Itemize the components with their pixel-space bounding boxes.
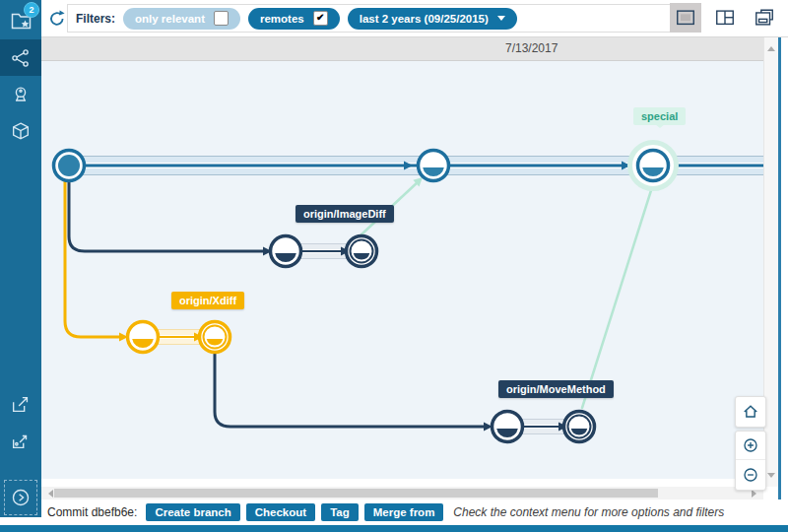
home-icon [741, 402, 760, 422]
plus-icon [741, 435, 760, 455]
scroll-up-icon[interactable] [767, 42, 775, 51]
minus-icon [741, 465, 760, 485]
date-column-header: 7/13/2017 [41, 37, 763, 61]
branch-explorer-icon [10, 47, 32, 69]
scroll-left-icon[interactable] [44, 490, 53, 498]
filters-label: Filters: [76, 12, 115, 26]
zoom-in-button[interactable] [736, 432, 765, 460]
checkout-button[interactable]: Checkout [246, 503, 315, 521]
commit-node[interactable] [54, 151, 85, 181]
commit-node[interactable] [564, 412, 595, 442]
branch-graph-canvas[interactable]: origin/ImageDifforigin/Xdifforigin/MoveM… [41, 61, 763, 479]
tag-button[interactable]: Tag [321, 503, 359, 521]
scroll-right-icon[interactable] [752, 490, 760, 498]
horizontal-scroll-thumb[interactable] [54, 489, 658, 498]
commit-node[interactable] [347, 236, 377, 267]
commit-node[interactable] [630, 143, 677, 189]
view-switcher [670, 3, 780, 33]
commit-node[interactable] [419, 151, 449, 181]
filter-only-relevant[interactable]: only relevant [123, 8, 240, 30]
filter-remotes-label: remotes [260, 13, 304, 25]
sidebar-item-send-repo[interactable] [0, 423, 41, 459]
commit-label: Commit dbefb6e: [47, 505, 137, 519]
filter-bar: Filters: only relevant remotes ✔ last 2 … [67, 4, 695, 33]
notification-badge: 2 [24, 2, 39, 18]
floating-pane-icon [754, 7, 775, 29]
repository-button[interactable]: 2 [0, 0, 41, 39]
expand-circle-icon [10, 487, 32, 508]
view-floating-pane-button[interactable] [749, 3, 780, 33]
zoom-home-button[interactable] [735, 396, 766, 428]
git-client-window: 2 [0, 0, 788, 532]
commit-node[interactable] [200, 322, 230, 353]
commit-node[interactable] [271, 236, 301, 267]
split-pane-icon [714, 7, 736, 29]
view-split-pane-button[interactable] [709, 3, 741, 33]
merge-from-button[interactable]: Merge from [364, 503, 444, 521]
commit-node[interactable] [492, 412, 523, 442]
create-branch-button[interactable]: Create branch [146, 503, 239, 521]
view-single-pane-button[interactable] [670, 3, 701, 33]
sidebar-item-changesets[interactable] [0, 112, 41, 149]
commit-action-bar: Commit dbefb6e: Create branch Checkout T… [41, 499, 788, 525]
branch-label-movemethod[interactable]: origin/MoveMethod [498, 380, 614, 398]
branch-label-imagediff[interactable]: origin/ImageDiff [296, 205, 394, 223]
sidebar-expand-button[interactable] [4, 480, 37, 515]
zoom-buttons [735, 431, 766, 491]
remotes-checkbox[interactable]: ✔ [313, 11, 328, 26]
chevron-down-icon [497, 16, 505, 21]
send-window-icon [10, 431, 32, 452]
commit-node[interactable] [128, 322, 159, 353]
only-relevant-checkbox[interactable] [214, 11, 229, 26]
horizontal-scrollbar[interactable] [41, 487, 763, 499]
sidebar: 2 [0, 0, 41, 517]
sidebar-item-history[interactable] [0, 76, 41, 112]
single-pane-icon [675, 7, 696, 29]
filter-date-range-dropdown[interactable]: last 2 years (09/25/2015) [348, 8, 517, 30]
refresh-icon [47, 9, 67, 29]
window-bottom-edge [0, 525, 788, 532]
open-window-icon [10, 394, 32, 416]
package-icon [10, 120, 32, 142]
window-edge [778, 37, 781, 525]
history-icon [10, 84, 32, 105]
toolbar: Filters: only relevant remotes ✔ last 2 … [41, 0, 788, 37]
sidebar-item-branch-explorer[interactable] [0, 39, 41, 76]
filter-only-relevant-label: only relevant [135, 13, 205, 25]
date-label: 7/13/2017 [505, 41, 558, 55]
branch-label-special[interactable]: special [633, 107, 686, 125]
sidebar-item-open-repo[interactable] [0, 386, 41, 423]
branch-label-xdiff[interactable]: origin/Xdiff [171, 292, 244, 309]
date-range-label: last 2 years (09/25/2015) [360, 13, 489, 25]
refresh-button[interactable] [46, 8, 68, 30]
zoom-out-button[interactable] [736, 460, 765, 489]
context-menu-hint: Check the context menu for more options … [453, 505, 724, 519]
scroll-down-icon[interactable] [767, 473, 775, 482]
filter-remotes[interactable]: remotes ✔ [248, 8, 340, 30]
